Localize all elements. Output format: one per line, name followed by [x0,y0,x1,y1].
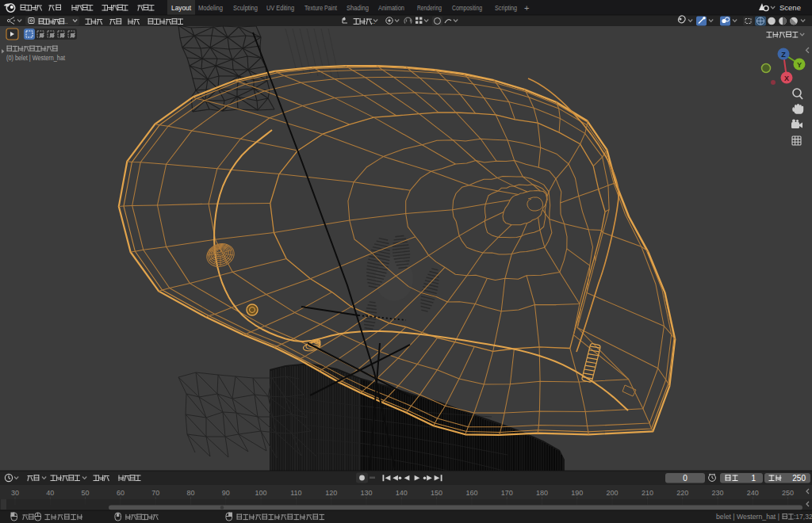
svg-text:Rendering: Rendering [417,3,442,12]
svg-text:170: 170 [501,489,513,497]
svg-text:Scripting: Scripting [495,3,517,12]
svg-text:Layout: Layout [171,3,191,12]
svg-text:..: .. [64,18,67,25]
svg-text:Z: Z [781,51,786,59]
svg-text:90: 90 [222,489,230,497]
svg-text:40: 40 [46,489,54,497]
svg-text:Modeling: Modeling [198,3,223,12]
svg-text:70: 70 [151,489,159,497]
svg-text:100: 100 [255,489,267,497]
svg-text:140: 140 [396,489,408,497]
svg-text:230: 230 [711,489,723,497]
svg-text:60: 60 [117,489,124,497]
svg-text:210: 210 [642,489,653,497]
svg-text:Animation: Animation [378,3,404,12]
svg-text:80: 80 [186,489,194,497]
svg-text:Y: Y [797,61,802,69]
svg-text:120: 120 [325,489,337,497]
svg-text:240: 240 [747,489,759,497]
svg-text:180: 180 [536,489,548,497]
svg-text::17,325: :17,325 [794,513,812,521]
svg-text:30: 30 [11,489,19,497]
svg-text:200: 200 [607,489,619,497]
svg-text:+: + [524,3,529,13]
svg-text:130: 130 [360,489,372,497]
svg-text:Texture Paint: Texture Paint [304,3,337,12]
svg-text:150: 150 [431,489,442,497]
svg-text:Sculpting: Sculpting [233,3,258,12]
svg-text:250: 250 [782,489,794,497]
svg-text:110: 110 [290,489,301,497]
svg-text:0: 0 [683,474,688,483]
svg-text:1: 1 [751,474,756,483]
svg-text:160: 160 [465,489,477,497]
svg-text:X: X [784,74,789,82]
svg-text:Compositing: Compositing [452,3,482,12]
svg-text:Scene: Scene [779,3,801,12]
svg-text:220: 220 [676,489,688,497]
svg-text:(0) belet | Western_hat: (0) belet | Western_hat [6,54,66,62]
svg-text:250: 250 [792,474,806,483]
svg-text:190: 190 [571,489,583,497]
svg-text:Shading: Shading [347,3,369,12]
svg-text:belet | Western_hat |: belet | Western_hat | [716,513,779,521]
svg-text:50: 50 [82,489,90,497]
svg-text:UV Editing: UV Editing [266,3,294,12]
svg-text:..: .. [371,17,375,25]
